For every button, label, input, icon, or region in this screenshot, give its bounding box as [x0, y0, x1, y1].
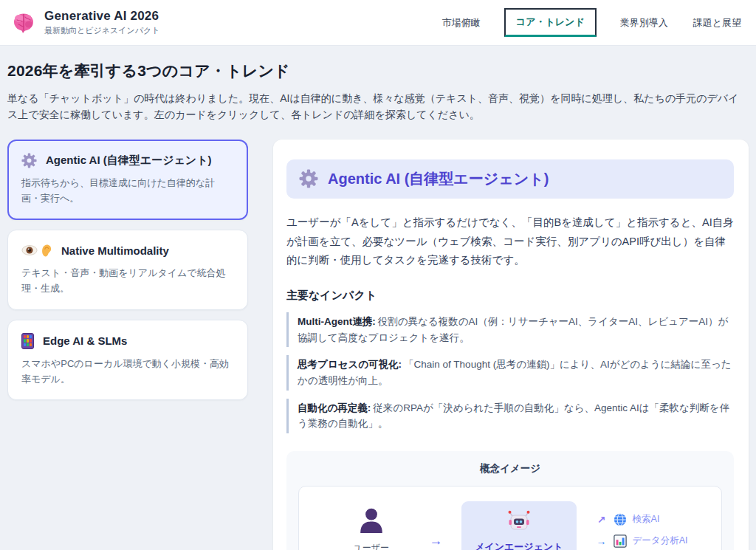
tool-label: データ分析AI — [633, 534, 688, 547]
detail-title: Agentic AI (自律型エージェント) — [328, 169, 549, 189]
bar-chart-icon — [614, 534, 627, 548]
impact-lead: 自動化の再定義: — [298, 402, 371, 413]
user-silhouette-icon — [357, 507, 385, 534]
detail-body-text: ユーザーが「Aをして」と指示するだけでなく、「目的Bを達成して」と指示すると、A… — [286, 213, 734, 270]
tool-search-ai: ↗ 検索AI — [596, 513, 688, 526]
trend-card-list: Agentic AI (自律型エージェント) 指示待ちから、目標達成に向けた自律… — [7, 140, 248, 401]
globe-icon — [614, 513, 627, 526]
page-title: 2026年を牽引する3つのコア・トレンド — [7, 61, 749, 81]
mobile-phone-icon — [21, 333, 34, 349]
brain-logo-icon — [10, 10, 37, 36]
nav-item-industry-adoption[interactable]: 業界別導入 — [619, 12, 670, 34]
impact-list: Multi-Agent連携:役割の異なる複数のAI（例：リサーチャーAI、ライタ… — [286, 312, 734, 433]
impact-lead: 思考プロセスの可視化: — [298, 359, 402, 370]
concept-title: 概念イメージ — [298, 462, 722, 475]
robot-icon — [507, 510, 531, 532]
ear-icon — [41, 243, 52, 258]
trend-card-title: Agentic AI (自律型エージェント) — [46, 154, 212, 168]
trend-card-agentic-ai[interactable]: Agentic AI (自律型エージェント) 指示待ちから、目標達成に向けた自律… — [7, 140, 248, 220]
trend-card-title: Native Multimodality — [61, 244, 169, 257]
page-intro-text: 単なる「チャットボット」の時代は終わりました。現在、AIは自律的に動き、様々な感… — [7, 90, 749, 123]
impact-lead: Multi-Agent連携: — [298, 316, 376, 327]
tool-list: ↗ 検索AI → — [596, 513, 688, 550]
impact-item: 自動化の再定義:従来のRPAが「決められた手順の自動化」なら、Agentic A… — [286, 399, 734, 433]
nav-item-market-overview[interactable]: 市場俯瞰 — [441, 12, 482, 34]
arrow-up-right-icon: ↗ — [596, 514, 608, 526]
brand-text: Generative AI 2026 最新動向とビジネスインパクト — [44, 9, 160, 36]
trend-card-edge-ai-slms[interactable]: Edge AI & SLMs スマホやPCのローカル環境で動く小規模・高効率モデ… — [7, 320, 248, 401]
concept-image-section: 概念イメージ ユーザー 「競合分析して」 → — [286, 451, 734, 550]
nav-item-challenges-outlook[interactable]: 課題と展望 — [692, 12, 743, 34]
trend-card-description: スマホやPCのローカル環境で動く小規模・高効率モデル。 — [21, 356, 234, 388]
tool-label: 検索AI — [633, 513, 660, 526]
main-agent-label: メインエージェント — [475, 540, 563, 550]
main-nav: 市場俯瞰 コア・トレンド 業界別導入 課題と展望 — [441, 8, 743, 37]
brand: Generative AI 2026 最新動向とビジネスインパクト — [10, 9, 160, 36]
impact-item: Multi-Agent連携:役割の異なる複数のAI（例：リサーチャーAI、ライタ… — [286, 312, 734, 347]
gear-icon — [299, 169, 318, 188]
impact-heading: 主要なインパクト — [286, 289, 734, 303]
gear-icon — [21, 153, 37, 168]
detail-header: Agentic AI (自律型エージェント) — [286, 159, 734, 199]
impact-item: 思考プロセスの可視化:「Chain of Thought (思考の連鎖)」により… — [286, 355, 734, 390]
app-title: Generative AI 2026 — [44, 9, 160, 24]
trend-detail-panel: Agentic AI (自律型エージェント) ユーザーが「Aをして」と指示するだ… — [273, 140, 749, 550]
concept-diagram: ユーザー 「競合分析して」 → — [298, 486, 722, 550]
eye-icon — [21, 244, 38, 256]
user-node: ユーザー 「競合分析して」 — [333, 507, 410, 550]
trend-card-native-multimodality[interactable]: Native Multimodality テキスト・音声・動画をリアルタイムで統… — [7, 230, 248, 310]
trend-card-title: Edge AI & SLMs — [43, 334, 127, 347]
app-subtitle: 最新動向とビジネスインパクト — [44, 25, 160, 36]
nav-item-core-trends[interactable]: コア・トレンド — [504, 8, 597, 37]
main-agent-node: メインエージェント 計画立案・指示 — [461, 501, 576, 550]
trend-card-description: 指示待ちから、目標達成に向けた自律的な計画・実行へ。 — [21, 175, 234, 207]
tool-data-analysis-ai: → データ分析AI — [596, 534, 688, 548]
arrow-right-icon: → — [596, 535, 608, 547]
page-content: 2026年を牽引する3つのコア・トレンド 単なる「チャットボット」の時代は終わり… — [0, 46, 756, 550]
flow-arrow-right: → — [429, 533, 442, 549]
app-header: Generative AI 2026 最新動向とビジネスインパクト 市場俯瞰 コ… — [0, 0, 756, 46]
user-label: ユーザー — [333, 542, 410, 550]
trend-card-description: テキスト・音声・動画をリアルタイムで統合処理・生成。 — [21, 265, 234, 297]
